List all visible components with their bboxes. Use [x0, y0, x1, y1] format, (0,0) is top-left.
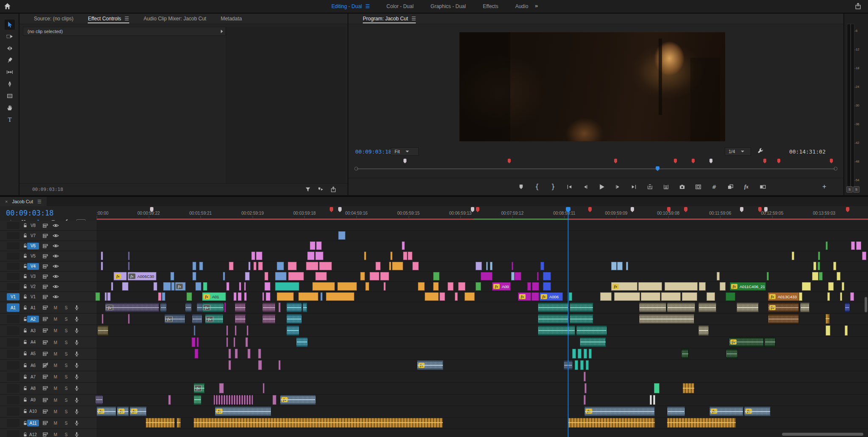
timeline-clip[interactable] [433, 282, 439, 291]
timeline-clip[interactable] [819, 272, 823, 280]
timeline-clip[interactable] [584, 372, 586, 381]
timeline-clip[interactable] [433, 272, 440, 280]
timeline-clip[interactable] [338, 231, 345, 240]
sync-lock-icon[interactable] [42, 373, 49, 380]
source-patch[interactable] [7, 430, 19, 437]
eye-icon[interactable] [52, 253, 59, 260]
solo-button[interactable]: S [63, 305, 69, 310]
panel-tab[interactable]: Metadata [221, 16, 242, 22]
timeline-clip[interactable]: fx [205, 314, 223, 324]
timeline-clip[interactable] [160, 303, 167, 312]
track-lane-V4[interactable] [97, 261, 868, 272]
type-tool[interactable]: T [5, 115, 15, 125]
timeline-clip[interactable] [264, 282, 270, 291]
timeline-ruler[interactable]: :00:0000:00:59:2200:01:59:2100:02:59:190… [97, 207, 868, 218]
timeline-clip[interactable] [828, 282, 834, 291]
timeline-clip[interactable] [364, 252, 366, 260]
sync-lock-off-icon[interactable] [42, 362, 49, 369]
sync-lock-icon[interactable] [42, 283, 49, 290]
source-patch[interactable] [7, 273, 19, 280]
source-patch[interactable] [7, 283, 19, 290]
mute-button[interactable]: M [53, 398, 58, 402]
timeline-clip[interactable] [389, 262, 391, 270]
timeline-clip[interactable]: fx [417, 360, 443, 370]
sync-lock-icon[interactable] [42, 222, 49, 229]
eye-icon[interactable] [52, 243, 59, 249]
solo-button[interactable]: S [63, 375, 69, 379]
timeline-clip[interactable]: fx [729, 337, 764, 347]
timeline-clip[interactable] [384, 282, 386, 291]
source-patch[interactable] [7, 252, 19, 260]
solo-button[interactable]: S [63, 317, 69, 322]
workspace-tab[interactable]: Audio [515, 3, 529, 9]
step-forward-button[interactable] [613, 182, 622, 191]
mute-button[interactable]: M [53, 386, 58, 391]
timeline-clip[interactable] [799, 292, 802, 301]
timeline-clip[interactable] [813, 262, 816, 270]
timeline-clip[interactable] [699, 282, 706, 291]
timeline-clip[interactable] [851, 241, 855, 250]
settings-wrench-icon[interactable] [757, 148, 764, 154]
eye-icon[interactable] [52, 263, 59, 270]
mute-button[interactable]: M [53, 328, 58, 333]
timeline-clip[interactable] [575, 360, 578, 370]
timeline-clip[interactable] [226, 325, 228, 335]
timeline-clip[interactable] [337, 282, 357, 291]
timeline-clip[interactable] [600, 292, 612, 301]
timeline-clip[interactable] [214, 395, 253, 405]
timeline-clip[interactable] [194, 395, 201, 405]
track-lane-A12[interactable] [97, 429, 868, 437]
timeline-clip[interactable] [319, 262, 332, 270]
timeline-clip[interactable] [665, 282, 698, 291]
add-marker-button[interactable] [516, 182, 526, 191]
timeline-clip[interactable]: fx [105, 303, 159, 312]
ripple-edit-tool[interactable] [5, 43, 15, 53]
timeline-clip[interactable] [298, 292, 318, 301]
workspace-overflow-button[interactable]: » [535, 3, 538, 9]
program-marker-red[interactable] [763, 159, 766, 163]
timeline-clip[interactable] [278, 303, 281, 312]
timeline-clip[interactable] [845, 325, 848, 335]
timeline-clip[interactable] [837, 272, 840, 280]
timeline-clip[interactable]: fx [280, 395, 316, 405]
mute-button[interactable]: M [53, 351, 58, 356]
timeline-clip[interactable] [532, 282, 539, 291]
timeline-clip[interactable] [101, 252, 103, 260]
timeline-clip[interactable] [481, 272, 492, 280]
timeline-clip[interactable] [95, 292, 100, 301]
source-patch[interactable] [7, 263, 19, 270]
timeline-clip[interactable] [568, 418, 655, 428]
timeline-clip[interactable] [287, 314, 302, 324]
sequence-marker-gray[interactable] [740, 207, 743, 212]
timeline-clip[interactable] [197, 303, 203, 312]
solo-button[interactable]: S [63, 409, 69, 414]
timeline-clip[interactable] [641, 292, 660, 301]
source-patch[interactable] [7, 373, 19, 381]
lift-button[interactable] [645, 182, 654, 191]
sequence-tab[interactable]: × Jacob Cut ☰ [0, 197, 47, 206]
mic-icon[interactable] [73, 431, 81, 437]
mic-icon[interactable] [73, 397, 81, 403]
sync-lock-icon[interactable] [42, 385, 49, 392]
timeline-clip[interactable] [402, 241, 405, 250]
timeline-clip[interactable] [228, 360, 231, 370]
source-patch[interactable] [7, 242, 19, 249]
panel-menu-icon[interactable]: ☰ [125, 16, 129, 22]
timeline-clip[interactable] [365, 282, 369, 291]
timeline-clip[interactable] [235, 325, 236, 335]
timeline-clip[interactable] [111, 282, 113, 291]
track-lane-A8[interactable]: fx [97, 383, 868, 394]
timeline-clip[interactable] [95, 395, 103, 405]
razor-tool[interactable] [5, 55, 15, 65]
solo-button[interactable]: S [63, 340, 69, 345]
timeline-clip[interactable] [277, 292, 294, 301]
mute-button[interactable]: M [53, 363, 58, 368]
timeline-clip[interactable] [170, 272, 174, 280]
timeline-clip[interactable] [476, 282, 481, 291]
timeline-clip[interactable]: fx [194, 383, 205, 393]
timeline-clip[interactable] [168, 395, 171, 405]
track-lane-A4[interactable]: fx [97, 337, 868, 348]
timeline-clip[interactable] [177, 418, 181, 428]
mute-button[interactable]: M [53, 340, 58, 345]
mic-icon[interactable] [73, 327, 81, 334]
